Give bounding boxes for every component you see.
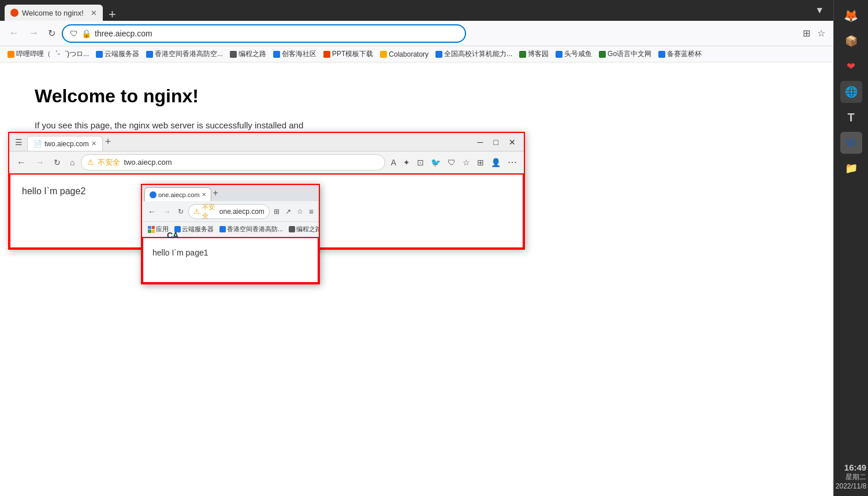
edge-forward-btn[interactable]: → xyxy=(32,156,47,169)
chrome-share-btn[interactable]: ↗ xyxy=(284,207,293,216)
bookmark-coding[interactable]: 编程之路 xyxy=(227,48,269,60)
chrome-translate-btn[interactable]: ⊞ xyxy=(272,207,281,216)
right-sidebar: 🦊 📦 ❤ 🌐 T W 📁 16:49 星期二 2022/11/8 xyxy=(833,0,868,496)
edge-right-nav-icons: A ✦ ⊡ 🐦 🛡 ☆ ⊞ 👤 ⋯ xyxy=(389,156,519,169)
edge-minimize-btn[interactable]: ─ xyxy=(473,136,488,148)
edge-title-bar: ☰ 📄 two.aiecp.com ✕ + ─ □ ✕ xyxy=(9,133,524,151)
bookmark-blog[interactable]: 博客园 xyxy=(516,48,552,60)
sidebar-heart-icon[interactable]: ❤ xyxy=(840,55,862,77)
edge-sidebar-toggle[interactable]: ☰ xyxy=(13,136,25,148)
firefox-extensions-button[interactable]: ⊞ xyxy=(800,27,813,40)
edge-shield-icon[interactable]: 🛡 xyxy=(445,157,458,168)
edge-warn-icon: ⚠ xyxy=(87,158,94,166)
bookmark-colab[interactable]: Colaboratory xyxy=(377,49,431,60)
bookmark-ppt-icon xyxy=(323,51,330,58)
firefox-back-button[interactable]: ← xyxy=(6,25,22,42)
sidebar-extensions-icon[interactable]: 📦 xyxy=(840,30,862,52)
chrome-reload-btn[interactable]: ↻ xyxy=(176,206,186,217)
bookmark-cloud[interactable]: 云端服务器 xyxy=(93,48,142,60)
bookmark-go-icon xyxy=(599,51,606,58)
sidebar-firefox-icon[interactable]: 🦊 xyxy=(840,5,862,27)
edge-address-bar[interactable]: ⚠ 不安全 two.aiecp.com xyxy=(81,154,385,171)
chrome-new-tab-btn[interactable]: + xyxy=(213,188,218,198)
bookmark-hk-icon xyxy=(146,51,153,58)
bookmark-fish-icon xyxy=(556,51,562,58)
time-date: 2022/11/8 xyxy=(836,482,866,490)
chrome-bm-cloud[interactable]: 云端服务器 xyxy=(172,224,216,234)
firefox-tab-favicon xyxy=(10,9,18,17)
chrome-warning-label: 不安全 xyxy=(202,203,217,220)
edge-split-icon[interactable]: ⊡ xyxy=(415,157,426,168)
edge-page-text: hello I`m page2 xyxy=(22,186,85,196)
tab-list-button[interactable]: ▼ xyxy=(810,3,829,18)
sidebar-w-icon[interactable]: W xyxy=(840,132,862,154)
lock-icon: 🔒 xyxy=(81,29,91,38)
nginx-title: Welcome to nginx! xyxy=(35,86,799,107)
sidebar-t-icon[interactable]: T xyxy=(840,106,862,128)
chrome-nav-bar: ← → ↻ ⚠ 不安全 one.aiecp.com ⊞ ↗ ☆ ≡ xyxy=(142,201,319,222)
bookmark-national[interactable]: 全国高校计算机能力... xyxy=(433,48,515,60)
bookmark-fish[interactable]: 头号咸鱼 xyxy=(553,48,595,60)
chrome-address-bar[interactable]: ⚠ 不安全 one.aiecp.com xyxy=(188,204,270,219)
chrome-tab-close-btn[interactable]: ✕ xyxy=(202,191,206,198)
edge-profile-icon[interactable]: 👤 xyxy=(489,157,503,168)
firefox-new-tab-button[interactable]: + xyxy=(105,8,120,21)
bookmark-bilibili[interactable]: 哔哩哔哩（゜-゜)つロ... xyxy=(5,48,92,60)
chrome-warn-icon: ⚠ xyxy=(193,208,200,216)
firefox-address-bar[interactable]: 🛡 🔒 three.aiecp.com xyxy=(62,24,466,43)
edge-more-btn[interactable]: ⋯ xyxy=(505,156,519,169)
edge-copilot-icon[interactable]: ✦ xyxy=(401,157,412,168)
edge-window-controls: ─ □ ✕ xyxy=(473,136,520,148)
chrome-bm-hk[interactable]: 香港空间香港高防... xyxy=(217,224,285,234)
edge-restore-btn[interactable]: □ xyxy=(489,136,503,148)
firefox-tab-active[interactable]: Welcome to nginx! ✕ xyxy=(5,5,103,21)
edge-tab-label: two.aiecp.com xyxy=(44,140,89,148)
bookmark-blog-icon xyxy=(519,51,526,58)
edge-new-tab-btn[interactable]: + xyxy=(105,136,111,148)
firefox-forward-button[interactable]: → xyxy=(25,25,42,42)
chrome-more-btn[interactable]: ≡ xyxy=(307,206,315,217)
bookmark-cloud-icon xyxy=(96,51,103,58)
firefox-page-content: Welcome to nginx! If you see this page, … xyxy=(0,62,833,496)
edge-close-btn[interactable]: ✕ xyxy=(504,136,520,148)
chrome-tab-label: one.aiecp.com xyxy=(158,191,200,198)
bookmark-maker[interactable]: 创客海社区 xyxy=(270,48,319,60)
chrome-bm-code[interactable]: 编程之路 xyxy=(286,224,319,234)
chrome-tab-active[interactable]: one.aiecp.com ✕ xyxy=(144,187,211,201)
edge-collection-icon[interactable]: ⊞ xyxy=(475,157,486,168)
chrome-address-text: one.aiecp.com xyxy=(219,208,265,216)
chrome-forward-btn[interactable]: → xyxy=(161,206,173,217)
edge-tab-close[interactable]: ✕ xyxy=(91,140,96,147)
firefox-address-text[interactable]: three.aiecp.com xyxy=(95,29,458,38)
time-value: 16:49 xyxy=(836,462,866,472)
edge-reload-btn[interactable]: ↻ xyxy=(51,157,64,168)
bookmark-hk[interactable]: 香港空间香港高防空... xyxy=(143,48,226,60)
firefox-nav-bar: ← → ↻ 🛡 🔒 three.aiecp.com ⊞ ☆ xyxy=(0,21,833,46)
bookmark-ppt[interactable]: PPT模板下载 xyxy=(321,48,376,60)
sidebar-folder-icon[interactable]: 📁 xyxy=(840,157,862,179)
edge-back-btn[interactable]: ← xyxy=(14,156,29,169)
hk-icon xyxy=(219,226,226,232)
chrome-back-btn[interactable]: ← xyxy=(146,206,158,217)
firefox-nav-right: ⊞ ☆ xyxy=(800,27,828,40)
chrome-page-content: hello I`m page1 xyxy=(142,237,319,283)
firefox-tab-close[interactable]: ✕ xyxy=(91,9,97,17)
chrome-tab-favicon xyxy=(150,191,157,198)
edge-read-icon[interactable]: A xyxy=(389,157,398,168)
edge-fav-icon[interactable]: ☆ xyxy=(460,157,472,168)
edge-twitter-icon[interactable]: 🐦 xyxy=(429,157,443,168)
apps-grid-icon xyxy=(148,226,155,233)
firefox-reload-button[interactable]: ↻ xyxy=(45,25,58,41)
bookmark-lanqiao[interactable]: 备赛蓝桥杯 xyxy=(655,48,705,60)
ca-badge: CA xyxy=(167,231,178,240)
sidebar-edge-icon[interactable]: 🌐 xyxy=(840,81,862,103)
edge-tab-active[interactable]: 📄 two.aiecp.com ✕ xyxy=(27,136,103,151)
firefox-star-button[interactable]: ☆ xyxy=(815,27,828,40)
firefox-tab-title: Welcome to nginx! xyxy=(22,9,85,17)
chrome-bookmark-btn[interactable]: ☆ xyxy=(295,207,305,216)
code-icon xyxy=(289,226,295,232)
bookmark-maker-icon xyxy=(273,51,280,58)
chrome-title-bar: one.aiecp.com ✕ + xyxy=(142,185,319,201)
bookmark-go[interactable]: Go语言中文网 xyxy=(596,48,654,60)
edge-home-btn[interactable]: ⌂ xyxy=(67,157,77,168)
